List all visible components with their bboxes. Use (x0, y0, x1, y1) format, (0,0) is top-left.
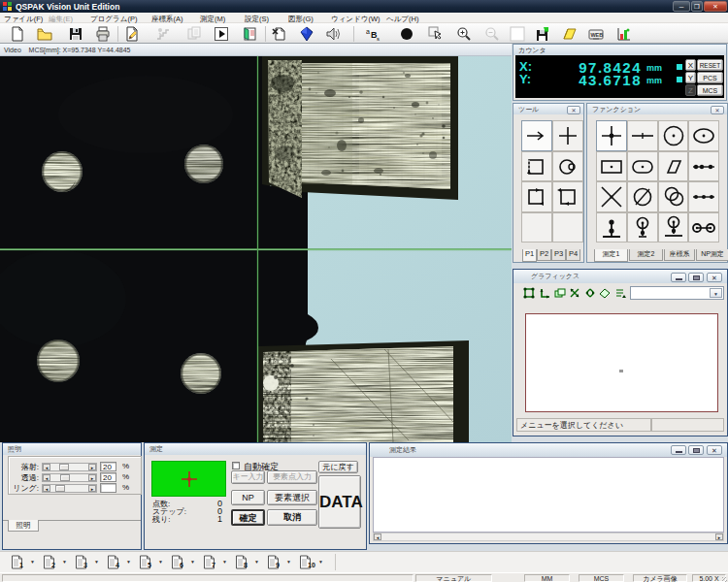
svg-text:WEB: WEB (590, 32, 603, 38)
svg-text:s: s (377, 36, 380, 42)
svg-text:a: a (366, 28, 370, 35)
